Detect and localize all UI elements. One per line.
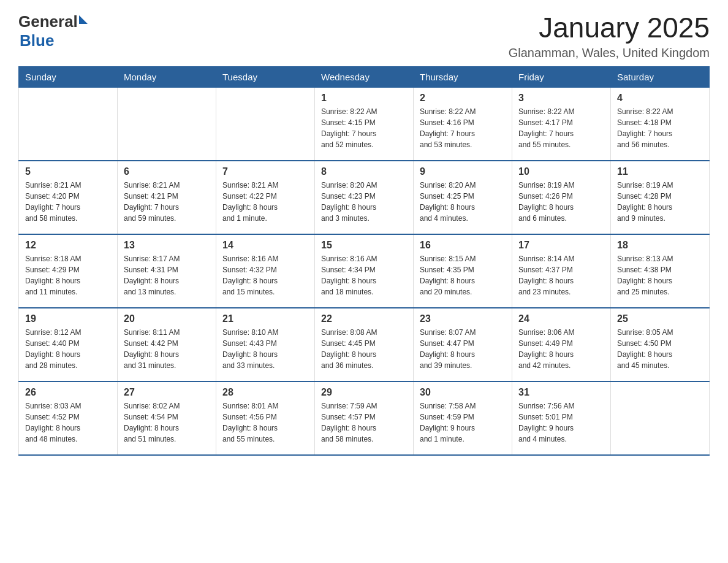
day-info: Sunrise: 8:20 AM Sunset: 4:23 PM Dayligh… [321,180,407,224]
calendar-cell: 22Sunrise: 8:08 AM Sunset: 4:45 PM Dayli… [315,308,414,381]
day-number: 18 [617,240,703,251]
calendar-cell: 26Sunrise: 8:03 AM Sunset: 4:52 PM Dayli… [19,381,118,455]
day-info: Sunrise: 8:16 AM Sunset: 4:32 PM Dayligh… [222,253,308,297]
day-number: 6 [124,166,210,177]
logo: General Blue [18,12,88,50]
day-number: 2 [420,93,506,104]
header-tuesday: Tuesday [216,66,315,87]
logo-blue: Blue [20,31,54,50]
calendar-cell: 2Sunrise: 8:22 AM Sunset: 4:16 PM Daylig… [414,87,512,161]
day-info: Sunrise: 8:19 AM Sunset: 4:28 PM Dayligh… [617,180,703,224]
calendar-cell: 25Sunrise: 8:05 AM Sunset: 4:50 PM Dayli… [611,308,710,381]
day-info: Sunrise: 8:16 AM Sunset: 4:34 PM Dayligh… [321,253,407,297]
calendar-cell: 13Sunrise: 8:17 AM Sunset: 4:31 PM Dayli… [118,234,216,308]
day-info: Sunrise: 8:21 AM Sunset: 4:21 PM Dayligh… [124,180,210,224]
calendar-week-row: 26Sunrise: 8:03 AM Sunset: 4:52 PM Dayli… [19,381,710,455]
calendar-cell [118,87,216,161]
calendar-week-row: 1Sunrise: 8:22 AM Sunset: 4:15 PM Daylig… [19,87,710,161]
header-thursday: Thursday [414,66,512,87]
day-number: 28 [222,387,308,398]
day-info: Sunrise: 8:22 AM Sunset: 4:16 PM Dayligh… [420,106,506,150]
calendar-cell [19,87,118,161]
day-number: 24 [518,313,604,324]
day-number: 15 [321,240,407,251]
day-number: 9 [420,166,506,177]
calendar-cell: 16Sunrise: 8:15 AM Sunset: 4:35 PM Dayli… [414,234,512,308]
calendar-week-row: 12Sunrise: 8:18 AM Sunset: 4:29 PM Dayli… [19,234,710,308]
calendar-cell: 1Sunrise: 8:22 AM Sunset: 4:15 PM Daylig… [315,87,414,161]
day-info: Sunrise: 8:10 AM Sunset: 4:43 PM Dayligh… [222,327,308,371]
header-saturday: Saturday [611,66,710,87]
title-area: January 2025 Glanamman, Wales, United Ki… [509,12,710,60]
day-number: 22 [321,313,407,324]
day-info: Sunrise: 8:22 AM Sunset: 4:18 PM Dayligh… [617,106,703,150]
day-info: Sunrise: 8:21 AM Sunset: 4:22 PM Dayligh… [222,180,308,224]
day-info: Sunrise: 8:03 AM Sunset: 4:52 PM Dayligh… [25,400,111,445]
calendar-cell: 11Sunrise: 8:19 AM Sunset: 4:28 PM Dayli… [611,161,710,234]
calendar-cell: 18Sunrise: 8:13 AM Sunset: 4:38 PM Dayli… [611,234,710,308]
header-sunday: Sunday [19,66,118,87]
calendar-cell [216,87,315,161]
day-number: 10 [518,166,604,177]
day-info: Sunrise: 8:06 AM Sunset: 4:49 PM Dayligh… [518,327,604,371]
calendar-cell: 9Sunrise: 8:20 AM Sunset: 4:25 PM Daylig… [414,161,512,234]
calendar-cell: 17Sunrise: 8:14 AM Sunset: 4:37 PM Dayli… [512,234,611,308]
day-info: Sunrise: 8:20 AM Sunset: 4:25 PM Dayligh… [420,180,506,224]
day-info: Sunrise: 8:02 AM Sunset: 4:54 PM Dayligh… [124,400,210,445]
day-number: 5 [25,166,111,177]
calendar-cell: 10Sunrise: 8:19 AM Sunset: 4:26 PM Dayli… [512,161,611,234]
day-number: 31 [518,387,604,398]
calendar-cell: 4Sunrise: 8:22 AM Sunset: 4:18 PM Daylig… [611,87,710,161]
day-info: Sunrise: 8:12 AM Sunset: 4:40 PM Dayligh… [25,327,111,371]
day-info: Sunrise: 8:19 AM Sunset: 4:26 PM Dayligh… [518,180,604,224]
day-number: 7 [222,166,308,177]
calendar-cell: 20Sunrise: 8:11 AM Sunset: 4:42 PM Dayli… [118,308,216,381]
header-monday: Monday [118,66,216,87]
calendar-cell: 27Sunrise: 8:02 AM Sunset: 4:54 PM Dayli… [118,381,216,455]
calendar-cell: 12Sunrise: 8:18 AM Sunset: 4:29 PM Dayli… [19,234,118,308]
day-info: Sunrise: 7:56 AM Sunset: 5:01 PM Dayligh… [518,400,604,445]
day-number: 11 [617,166,703,177]
page-header: General Blue January 2025 Glanamman, Wal… [18,12,710,60]
calendar-cell: 30Sunrise: 7:58 AM Sunset: 4:59 PM Dayli… [414,381,512,455]
day-info: Sunrise: 8:01 AM Sunset: 4:56 PM Dayligh… [222,400,308,445]
calendar-cell: 7Sunrise: 8:21 AM Sunset: 4:22 PM Daylig… [216,161,315,234]
day-info: Sunrise: 8:21 AM Sunset: 4:20 PM Dayligh… [25,180,111,224]
day-number: 25 [617,313,703,324]
day-number: 27 [124,387,210,398]
calendar-cell: 5Sunrise: 8:21 AM Sunset: 4:20 PM Daylig… [19,161,118,234]
day-number: 17 [518,240,604,251]
day-number: 21 [222,313,308,324]
day-info: Sunrise: 7:58 AM Sunset: 4:59 PM Dayligh… [420,400,506,445]
day-number: 30 [420,387,506,398]
day-number: 29 [321,387,407,398]
calendar-cell: 14Sunrise: 8:16 AM Sunset: 4:32 PM Dayli… [216,234,315,308]
day-info: Sunrise: 7:59 AM Sunset: 4:57 PM Dayligh… [321,400,407,445]
calendar-cell: 23Sunrise: 8:07 AM Sunset: 4:47 PM Dayli… [414,308,512,381]
day-number: 23 [420,313,506,324]
calendar-week-row: 5Sunrise: 8:21 AM Sunset: 4:20 PM Daylig… [19,161,710,234]
calendar-cell: 15Sunrise: 8:16 AM Sunset: 4:34 PM Dayli… [315,234,414,308]
day-number: 13 [124,240,210,251]
header-wednesday: Wednesday [315,66,414,87]
header-friday: Friday [512,66,611,87]
calendar-cell [611,381,710,455]
day-info: Sunrise: 8:11 AM Sunset: 4:42 PM Dayligh… [124,327,210,371]
calendar-cell: 8Sunrise: 8:20 AM Sunset: 4:23 PM Daylig… [315,161,414,234]
day-info: Sunrise: 8:05 AM Sunset: 4:50 PM Dayligh… [617,327,703,371]
day-number: 8 [321,166,407,177]
day-info: Sunrise: 8:14 AM Sunset: 4:37 PM Dayligh… [518,253,604,297]
calendar-week-row: 19Sunrise: 8:12 AM Sunset: 4:40 PM Dayli… [19,308,710,381]
day-info: Sunrise: 8:15 AM Sunset: 4:35 PM Dayligh… [420,253,506,297]
calendar-table: SundayMondayTuesdayWednesdayThursdayFrid… [18,66,710,456]
day-info: Sunrise: 8:18 AM Sunset: 4:29 PM Dayligh… [25,253,111,297]
day-number: 19 [25,313,111,324]
logo-general: General [18,12,78,31]
day-number: 1 [321,93,407,104]
day-info: Sunrise: 8:22 AM Sunset: 4:15 PM Dayligh… [321,106,407,150]
month-title: January 2025 [509,12,710,44]
calendar-cell: 6Sunrise: 8:21 AM Sunset: 4:21 PM Daylig… [118,161,216,234]
day-info: Sunrise: 8:07 AM Sunset: 4:47 PM Dayligh… [420,327,506,371]
calendar-cell: 29Sunrise: 7:59 AM Sunset: 4:57 PM Dayli… [315,381,414,455]
calendar-cell: 31Sunrise: 7:56 AM Sunset: 5:01 PM Dayli… [512,381,611,455]
